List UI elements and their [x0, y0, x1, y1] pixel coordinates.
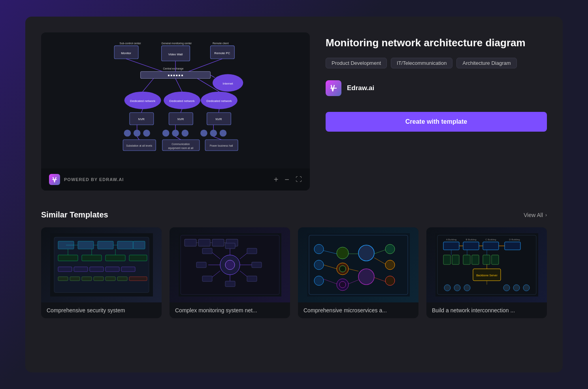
svg-rect-62 [98, 241, 113, 249]
svg-point-161 [454, 285, 460, 291]
svg-rect-63 [117, 241, 133, 249]
svg-rect-69 [58, 255, 78, 261]
similar-header: Similar Templates View All › [41, 210, 547, 219]
svg-rect-146 [463, 242, 479, 250]
svg-point-164 [513, 285, 520, 291]
svg-point-98 [225, 260, 235, 270]
svg-rect-90 [185, 239, 196, 246]
svg-point-163 [503, 285, 510, 291]
svg-rect-114 [196, 262, 206, 268]
svg-rect-81 [58, 277, 68, 281]
view-all-label: View All [524, 212, 543, 218]
tag-arch-diagram[interactable]: Architecture Diagram [456, 58, 516, 68]
svg-point-118 [314, 260, 324, 270]
template-thumbnail-2 [170, 227, 290, 302]
svg-rect-86 [117, 277, 127, 281]
network-diagram-svg: Sub-control center General monitoring ce… [55, 39, 296, 162]
create-with-template-button[interactable]: Create with template [326, 112, 547, 132]
template-card-2[interactable]: Complex monitoring system net... [170, 227, 290, 318]
svg-rect-72 [129, 255, 147, 261]
svg-text:Sub-control center: Sub-control center [119, 42, 141, 45]
svg-text:NVR: NVR [177, 117, 184, 121]
svg-rect-138 [339, 281, 346, 288]
svg-rect-92 [212, 239, 224, 246]
svg-line-33 [141, 109, 143, 113]
template-thumbnail-4: A Building B Building C Building D Build… [426, 227, 547, 302]
svg-rect-77 [74, 267, 88, 272]
svg-text:Dedicated network: Dedicated network [170, 99, 195, 103]
svg-rect-111 [247, 276, 257, 281]
svg-point-38 [143, 130, 150, 137]
svg-line-12 [126, 59, 162, 72]
svg-rect-85 [106, 277, 115, 281]
svg-point-162 [464, 285, 470, 291]
svg-rect-83 [82, 277, 92, 281]
svg-text:equipment room at all: equipment room at all [168, 147, 193, 150]
svg-text:Video Wall: Video Wall [168, 53, 183, 56]
app-window: Sub-control center General monitoring ce… [25, 17, 563, 372]
svg-rect-154 [463, 255, 470, 264]
diagram-footer: POWERED BY EDRAW.AI + − ⛶ [41, 168, 310, 191]
svg-line-56 [175, 137, 181, 140]
tag-product-dev[interactable]: Product Development [326, 58, 387, 68]
template-card-title-2: Complex monitoring system net... [170, 302, 290, 318]
svg-rect-112 [225, 281, 235, 287]
svg-text:Substation at all levels: Substation at all levels [126, 144, 153, 147]
svg-line-57 [213, 137, 221, 140]
svg-point-42 [200, 130, 207, 137]
svg-point-127 [385, 276, 395, 285]
svg-text:Central exchange: Central exchange [163, 68, 184, 71]
diagram-canvas: Sub-control center General monitoring ce… [41, 32, 310, 168]
svg-point-125 [385, 244, 395, 254]
similar-templates-title: Similar Templates [41, 210, 108, 219]
tag-it-telecom[interactable]: IT/Telecommunication [391, 58, 452, 68]
svg-text:Remote client: Remote client [213, 42, 229, 45]
svg-rect-76 [58, 267, 72, 272]
templates-grid: Comprehensive security system [41, 227, 547, 318]
svg-point-44 [220, 130, 227, 137]
svg-text:B Building: B Building [466, 238, 476, 241]
svg-point-40 [172, 130, 179, 137]
svg-point-165 [523, 285, 530, 291]
svg-rect-84 [94, 277, 104, 281]
svg-line-35 [219, 109, 219, 113]
fullscreen-icon[interactable]: ⛶ [296, 176, 302, 183]
svg-point-126 [385, 260, 395, 270]
svg-rect-107 [202, 248, 212, 254]
template-card-title-4: Build a network interconnection ... [426, 302, 547, 318]
svg-rect-157 [492, 255, 499, 264]
svg-text:Power business hall: Power business hall [210, 144, 233, 147]
svg-rect-79 [106, 267, 119, 272]
svg-rect-61 [78, 241, 94, 249]
svg-rect-110 [252, 262, 262, 268]
author-row: Edraw.ai [326, 80, 547, 96]
svg-text:NVR: NVR [215, 117, 222, 121]
svg-rect-109 [247, 248, 257, 254]
template-card-3[interactable]: Comprehensive microservices a... [298, 227, 418, 318]
svg-rect-70 [82, 255, 102, 261]
svg-point-160 [444, 285, 450, 291]
svg-rect-152 [443, 255, 450, 264]
svg-line-34 [181, 109, 182, 113]
svg-point-124 [358, 269, 374, 285]
svg-text:A Building: A Building [446, 238, 456, 241]
svg-rect-148 [505, 242, 520, 250]
svg-rect-156 [483, 255, 490, 264]
svg-text:Remote PC: Remote PC [214, 51, 230, 55]
zoom-out-icon[interactable]: − [285, 175, 289, 184]
svg-point-43 [210, 130, 217, 137]
svg-point-41 [181, 130, 188, 137]
svg-line-25 [175, 79, 182, 92]
svg-text:D Building: D Building [509, 238, 520, 241]
zoom-in-icon[interactable]: + [274, 175, 279, 184]
view-all-button[interactable]: View All › [524, 212, 547, 218]
svg-rect-153 [452, 255, 459, 264]
diagram-controls[interactable]: + − ⛶ [274, 175, 302, 184]
svg-rect-82 [70, 277, 80, 281]
svg-point-119 [314, 276, 324, 285]
template-card-4[interactable]: A Building B Building C Building D Build… [426, 227, 547, 318]
template-card-1[interactable]: Comprehensive security system [41, 227, 162, 318]
svg-point-120 [337, 247, 349, 259]
svg-text:C Building: C Building [485, 238, 496, 241]
svg-rect-91 [198, 239, 210, 246]
